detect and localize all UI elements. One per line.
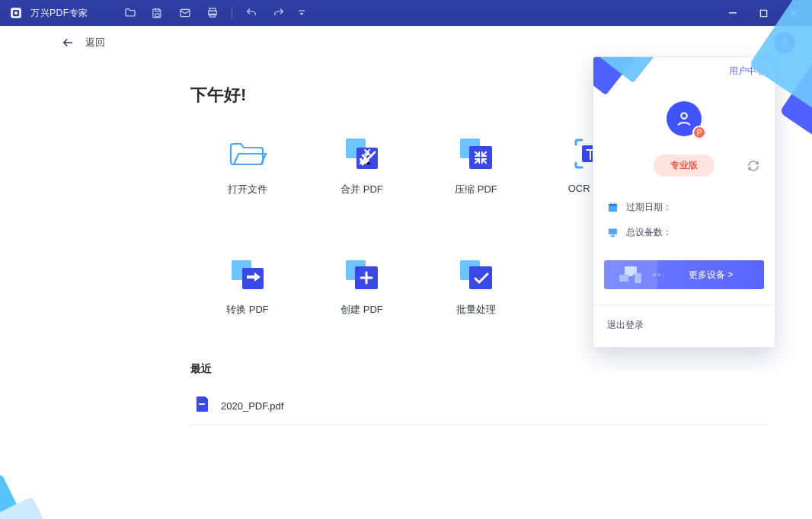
- expiry-label: 过期日期：: [626, 201, 672, 214]
- calendar-icon: [607, 202, 619, 213]
- window-controls: [718, 0, 809, 26]
- close-button[interactable]: [778, 0, 809, 26]
- svg-point-24: [681, 113, 686, 119]
- save-icon[interactable]: [146, 4, 169, 22]
- user-center-panel: 用户中心 P 专业版: [593, 56, 775, 348]
- devices-icon: [604, 260, 657, 289]
- tile-label: 转换 PDF: [226, 303, 269, 317]
- batch-icon: [453, 257, 499, 291]
- monitor-icon: [607, 227, 619, 238]
- avatar-wrap: P: [593, 101, 775, 136]
- device-count-row: 总设备数：: [607, 226, 761, 239]
- recent-file-row[interactable]: 2020_PDF.pdf: [190, 387, 766, 425]
- more-dropdown-icon[interactable]: [295, 4, 308, 22]
- svg-rect-15: [469, 146, 492, 169]
- svg-rect-26: [609, 204, 617, 206]
- svg-rect-27: [610, 202, 611, 205]
- svg-rect-13: [356, 148, 378, 169]
- open-folder-icon[interactable]: [119, 4, 142, 22]
- separator: [232, 7, 232, 19]
- tile-label: 合并 PDF: [340, 183, 383, 196]
- subnav: 返回: [0, 26, 812, 59]
- svg-rect-23: [199, 403, 205, 405]
- svg-rect-22: [469, 266, 492, 289]
- svg-rect-29: [609, 229, 617, 235]
- undo-icon[interactable]: [240, 4, 263, 22]
- svg-rect-34: [619, 275, 628, 282]
- recent-heading: 最近: [190, 362, 766, 376]
- refresh-icon[interactable]: [744, 157, 762, 175]
- logout-button[interactable]: 退出登录: [593, 304, 775, 347]
- app-logo-icon: [8, 5, 24, 21]
- app-window: 万兴PDF专家: [0, 0, 812, 519]
- panel-header: 用户中心: [593, 57, 775, 78]
- tile-label: 批量处理: [456, 303, 496, 317]
- pdf-file-icon: [195, 396, 210, 416]
- tile-merge-pdf[interactable]: 合并 PDF: [305, 137, 419, 196]
- tile-convert-pdf[interactable]: 转换 PDF: [190, 257, 305, 317]
- more-devices-label: 更多设备 >: [657, 269, 764, 282]
- plan-badge: 专业版: [654, 154, 714, 177]
- back-button[interactable]: 返回: [61, 36, 105, 49]
- tile-batch-process[interactable]: 批量处理: [419, 257, 533, 317]
- svg-rect-7: [209, 14, 215, 17]
- user-center-link[interactable]: 用户中心: [729, 65, 766, 78]
- tile-label: 压缩 PDF: [455, 183, 497, 196]
- avatar-badge: P: [692, 126, 706, 139]
- tile-compress-pdf[interactable]: 压缩 PDF: [419, 137, 533, 196]
- recent-section: 最近 2020_PDF.pdf: [190, 362, 766, 425]
- mail-icon[interactable]: [174, 4, 197, 22]
- recent-file-name: 2020_PDF.pdf: [221, 400, 283, 412]
- open-file-icon: [225, 137, 270, 170]
- tile-create-pdf[interactable]: 创建 PDF: [305, 257, 419, 317]
- plan-row: 专业版: [593, 154, 775, 177]
- svg-rect-28: [614, 202, 615, 205]
- device-count-label: 总设备数：: [626, 226, 672, 239]
- svg-rect-10: [760, 10, 766, 16]
- create-icon: [339, 257, 385, 291]
- tile-open-file[interactable]: 打开文件: [190, 137, 305, 196]
- minimize-button[interactable]: [718, 0, 748, 26]
- svg-rect-30: [612, 235, 615, 236]
- svg-rect-3: [155, 14, 159, 17]
- svg-rect-9: [729, 12, 737, 13]
- svg-point-11: [783, 40, 786, 43]
- print-icon[interactable]: [201, 4, 224, 22]
- convert-icon: [225, 257, 270, 291]
- svg-rect-8: [299, 11, 305, 11]
- tile-label: 打开文件: [228, 183, 267, 196]
- back-label: 返回: [85, 36, 105, 49]
- compress-icon: [453, 137, 499, 170]
- more-devices-button[interactable]: 更多设备 >: [604, 260, 764, 289]
- tile-label: 创建 PDF: [340, 303, 383, 317]
- account-info: 过期日期： 总设备数：: [593, 183, 775, 247]
- svg-rect-31: [610, 236, 615, 237]
- merge-icon: [339, 137, 385, 170]
- svg-rect-33: [628, 275, 633, 276]
- app-title: 万兴PDF专家: [30, 7, 88, 20]
- titlebar: 万兴PDF专家: [0, 0, 812, 26]
- svg-rect-2: [14, 11, 18, 14]
- svg-rect-35: [635, 273, 641, 283]
- redo-icon[interactable]: [267, 4, 290, 22]
- titlebar-actions: [119, 4, 308, 22]
- expiry-row: 过期日期：: [607, 201, 761, 214]
- profile-chip[interactable]: [774, 32, 795, 53]
- avatar[interactable]: P: [667, 101, 702, 136]
- maximize-button[interactable]: [748, 0, 778, 26]
